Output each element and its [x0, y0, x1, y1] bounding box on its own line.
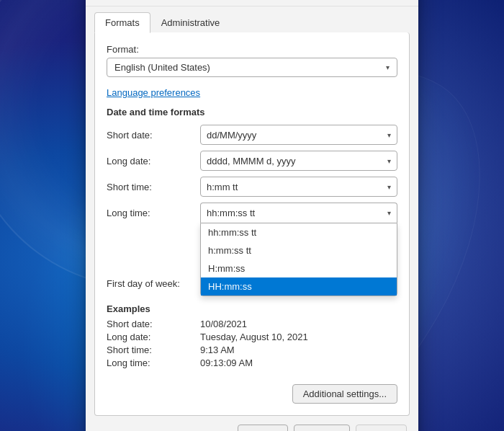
- short-date-chevron-icon: ▾: [387, 131, 391, 139]
- example-short-date-value: 10/08/2021: [200, 319, 247, 329]
- example-short-date: Short date: 10/08/2021: [107, 319, 397, 329]
- long-time-label: Long time:: [107, 208, 200, 218]
- region-dialog: Region ✕ Formats Administrative Format: …: [86, 0, 418, 431]
- long-date-value: dddd, MMMM d, yyyy: [207, 156, 296, 166]
- short-date-label: Short date:: [107, 130, 200, 141]
- long-time-popup: hh:mm:ss tt h:mm:ss tt H:mm:ss HH:mm:ss: [200, 223, 397, 296]
- long-time-chevron-icon: ▾: [387, 209, 391, 217]
- format-section: Format: English (United States) ▾: [107, 44, 397, 77]
- short-time-label: Short time:: [107, 182, 200, 192]
- long-date-row: Long date: dddd, MMMM d, yyyy ▾: [107, 151, 397, 171]
- short-time-value: h:mm tt: [207, 182, 238, 192]
- example-short-date-label: Short date:: [107, 319, 200, 329]
- format-dropdown[interactable]: English (United States) ▾: [107, 58, 397, 77]
- long-time-option-1[interactable]: h:mm:ss tt: [201, 241, 397, 259]
- tabs-container: Formats Administrative: [86, 6, 418, 32]
- apply-button[interactable]: Apply: [356, 425, 407, 431]
- examples-title: Examples: [107, 303, 397, 314]
- example-long-date-label: Long date:: [107, 332, 200, 342]
- format-label: Format:: [107, 44, 397, 55]
- format-value: English (United States): [114, 62, 210, 73]
- short-date-value: dd/MM/yyyy: [207, 130, 256, 141]
- first-day-label: First day of week:: [107, 278, 200, 289]
- short-time-dropdown[interactable]: h:mm tt ▾: [200, 177, 397, 197]
- title-bar: Region ✕: [86, 0, 418, 6]
- cancel-button[interactable]: Cancel: [294, 425, 350, 431]
- short-date-row: Short date: dd/MM/yyyy ▾: [107, 125, 397, 145]
- long-time-option-3[interactable]: HH:mm:ss: [201, 277, 397, 296]
- format-chevron-icon: ▾: [386, 63, 390, 71]
- long-date-chevron-icon: ▾: [387, 157, 391, 165]
- dialog-overlay: Region ✕ Formats Administrative Format: …: [0, 0, 504, 431]
- example-short-time-label: Short time:: [107, 345, 200, 355]
- tab-administrative[interactable]: Administrative: [150, 12, 231, 32]
- tab-formats[interactable]: Formats: [94, 12, 150, 33]
- example-long-time: Long time: 09:13:09 AM: [107, 357, 397, 368]
- long-time-dropdown[interactable]: hh:mm:ss tt ▾: [200, 203, 397, 223]
- close-button[interactable]: ✕: [388, 0, 410, 1]
- example-long-time-label: Long time:: [107, 357, 200, 368]
- dt-section-title: Date and time formats: [107, 107, 397, 117]
- tab-content: Format: English (United States) ▾ Langua…: [94, 32, 410, 416]
- example-short-time: Short time: 9:13 AM: [107, 345, 397, 355]
- short-date-dropdown[interactable]: dd/MM/yyyy ▾: [200, 125, 397, 145]
- long-time-value: hh:mm:ss tt: [207, 208, 255, 218]
- dialog-buttons: OK Cancel Apply: [86, 416, 418, 431]
- long-time-option-0[interactable]: hh:mm:ss tt: [201, 223, 397, 241]
- example-short-time-value: 9:13 AM: [200, 345, 235, 355]
- additional-settings-button[interactable]: Additional settings...: [292, 384, 397, 404]
- short-time-chevron-icon: ▾: [387, 183, 391, 191]
- example-long-date: Long date: Tuesday, August 10, 2021: [107, 332, 397, 342]
- short-time-row: Short time: h:mm tt ▾: [107, 177, 397, 197]
- ok-button[interactable]: OK: [238, 425, 288, 431]
- long-time-row: Long time: hh:mm:ss tt ▾ hh:mm:ss tt h:m…: [107, 203, 397, 223]
- long-date-label: Long date:: [107, 156, 200, 166]
- example-long-time-value: 09:13:09 AM: [200, 357, 253, 368]
- long-time-option-2[interactable]: H:mm:ss: [201, 259, 397, 277]
- example-long-date-value: Tuesday, August 10, 2021: [200, 332, 308, 342]
- language-preferences-link[interactable]: Language preferences: [107, 87, 200, 98]
- long-date-dropdown[interactable]: dddd, MMMM d, yyyy ▾: [200, 151, 397, 171]
